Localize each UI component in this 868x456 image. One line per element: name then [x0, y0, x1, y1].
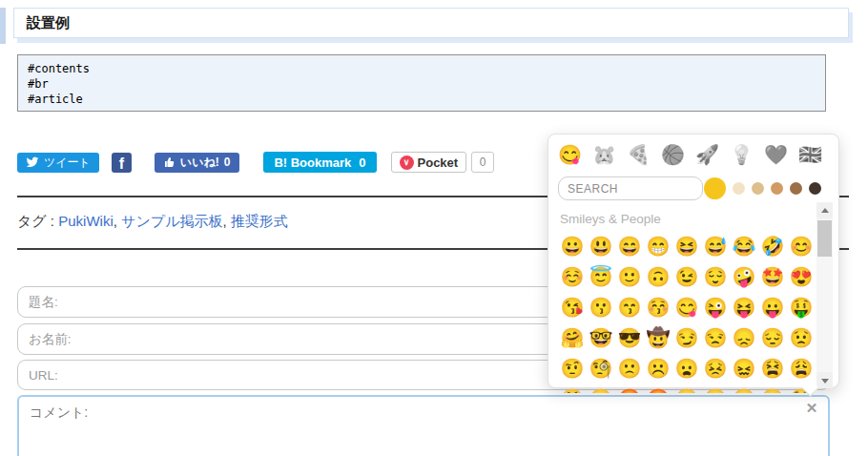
- emoji-cell[interactable]: 🙁: [615, 353, 644, 383]
- emoji-cell[interactable]: 🤬: [615, 383, 644, 393]
- emoji-cell[interactable]: 😠: [587, 383, 615, 393]
- emoji-cell[interactable]: 🤓: [587, 322, 615, 353]
- emoji-picker-close-icon[interactable]: ✕: [803, 400, 820, 417]
- emoji-cell[interactable]: 😋: [672, 292, 701, 322]
- like-button-label: いいね!: [180, 155, 219, 171]
- twitter-bird-icon: [26, 155, 39, 169]
- emoji-cell[interactable]: 🧐: [587, 353, 615, 383]
- skin-tone-dot[interactable]: [790, 182, 802, 195]
- scrollbar[interactable]: [816, 202, 833, 388]
- emoji-cell[interactable]: 🥺: [758, 383, 787, 393]
- emoji-cell[interactable]: 😂: [730, 231, 758, 261]
- emoji-cell[interactable]: 🤑: [787, 292, 816, 322]
- emoji-cell[interactable]: 😃: [587, 231, 615, 261]
- emoji-category-tab-objects[interactable]: 💡: [729, 142, 754, 168]
- emoji-cell[interactable]: 😗: [587, 292, 615, 322]
- emoji-category-tab-food-drink[interactable]: 🍕: [626, 142, 651, 168]
- emoji-category-tab-flags[interactable]: 🇬🇧: [797, 142, 823, 168]
- facebook-like-button[interactable]: いいね! 0: [155, 153, 240, 173]
- emoji-category-tab-animals-nature[interactable]: 🐹: [591, 142, 617, 168]
- emoji-category-tab-travel-places[interactable]: 🚀: [694, 142, 720, 168]
- page-heading-box: 設置例: [13, 8, 849, 38]
- emoji-cell[interactable]: 😅: [701, 231, 730, 261]
- emoji-cell[interactable]: 😣: [701, 353, 730, 383]
- emoji-cell[interactable]: 😄: [615, 231, 644, 261]
- skin-tone-dot[interactable]: [704, 177, 726, 199]
- emoji-cell[interactable]: 😇: [587, 261, 615, 292]
- emoji-cell[interactable]: 😉: [672, 261, 701, 292]
- like-count: 0: [224, 155, 231, 169]
- emoji-cell[interactable]: 😡: [644, 383, 672, 393]
- scroll-up-button[interactable]: [816, 202, 833, 218]
- emoji-cell[interactable]: 😙: [615, 292, 644, 322]
- scrollbar-thumb[interactable]: [817, 220, 832, 257]
- pocket-button[interactable]: ∨ Pocket: [391, 152, 467, 173]
- emoji-cell[interactable]: 😊: [787, 231, 816, 261]
- comment-textarea[interactable]: [17, 395, 830, 456]
- emoji-cell[interactable]: 😀: [558, 231, 587, 261]
- emoji-cell[interactable]: 😆: [672, 231, 701, 261]
- emoji-category-tab-activity[interactable]: 🏀: [660, 142, 686, 168]
- emoji-cell[interactable]: 😘: [558, 292, 587, 322]
- skin-tone-dot[interactable]: [771, 182, 783, 195]
- pocket-count: 0: [480, 155, 486, 169]
- emoji-cell[interactable]: 😔: [758, 322, 787, 353]
- social-share-row: ツイート f いいね! 0 B! Bookmark 0 ∨ Pocket 0: [17, 151, 494, 174]
- emoji-cell[interactable]: 😌: [701, 261, 730, 292]
- emoji-cell[interactable]: 😶: [672, 383, 701, 393]
- emoji-cell[interactable]: 😤: [558, 383, 587, 393]
- emoji-cell[interactable]: 😞: [730, 322, 758, 353]
- emoji-cell[interactable]: 🤣: [758, 231, 787, 261]
- scroll-down-button[interactable]: [816, 372, 833, 388]
- tag-links: PukiWiki, サンプル掲示板, 推奨形式: [58, 213, 288, 229]
- emoji-cell[interactable]: 🤨: [558, 353, 587, 383]
- tag-link[interactable]: PukiWiki: [58, 213, 114, 229]
- emoji-cell[interactable]: 😝: [730, 292, 758, 322]
- emoji-cell[interactable]: 😎: [615, 322, 644, 353]
- skin-tone-dot[interactable]: [752, 182, 764, 195]
- emoji-cell[interactable]: 🤩: [758, 261, 787, 292]
- page-accent-bar: [0, 8, 6, 44]
- emoji-cell[interactable]: 😩: [787, 353, 816, 383]
- emoji-cell[interactable]: 😟: [787, 322, 816, 353]
- facebook-share-button[interactable]: f: [112, 153, 132, 173]
- tags-label: タグ :: [17, 213, 54, 229]
- emoji-cell[interactable]: 😛: [758, 292, 787, 322]
- emoji-cell[interactable]: 🤗: [558, 322, 587, 353]
- emoji-cell[interactable]: 🤪: [730, 261, 758, 292]
- emoji-cell[interactable]: 🙃: [644, 261, 672, 292]
- emoji-cell[interactable]: 😜: [701, 292, 730, 322]
- tag-link[interactable]: サンプル掲示板: [121, 213, 222, 229]
- facebook-f-icon: f: [119, 155, 124, 173]
- emoji-cell[interactable]: ☹️: [644, 353, 672, 383]
- code-block-text: #contents #br #article: [28, 62, 90, 106]
- emoji-cell[interactable]: 😒: [701, 322, 730, 353]
- emoji-category-tab-smileys-people[interactable]: 😋: [557, 142, 583, 168]
- emoji-cell[interactable]: 😚: [644, 292, 672, 322]
- hatena-bookmark-button[interactable]: B! Bookmark 0: [263, 152, 376, 173]
- tweet-button-label: ツイート: [44, 155, 91, 171]
- emoji-search-input[interactable]: [558, 176, 703, 200]
- scroll-down-icon: [821, 379, 829, 383]
- emoji-category-tab-symbols[interactable]: ❤️: [763, 142, 789, 168]
- skin-tone-dot[interactable]: [733, 182, 745, 195]
- emoji-cell[interactable]: ☺️: [558, 261, 587, 292]
- emoji-cell[interactable]: 😏: [672, 322, 701, 353]
- tag-link[interactable]: 推奨形式: [231, 213, 288, 229]
- emoji-cell[interactable]: 😍: [787, 261, 816, 292]
- pocket-count-chip[interactable]: 0: [471, 152, 494, 173]
- emoji-cell[interactable]: 😁: [644, 231, 672, 261]
- emoji-cell[interactable]: 🙂: [615, 261, 644, 292]
- page-title: 設置例: [27, 14, 70, 32]
- emoji-cell[interactable]: 🤠: [644, 322, 672, 353]
- emoji-cell[interactable]: 😖: [730, 353, 758, 383]
- emoji-cell[interactable]: 😑: [730, 383, 758, 393]
- emoji-cell[interactable]: 😐: [701, 383, 730, 393]
- emoji-cell[interactable]: 😫: [758, 353, 787, 383]
- emoji-cell[interactable]: 😦: [672, 353, 701, 383]
- skin-tone-selector: [704, 177, 829, 199]
- skin-tone-dot[interactable]: [809, 182, 821, 195]
- tweet-button[interactable]: ツイート: [17, 153, 99, 173]
- tags-row: タグ : PukiWiki, サンプル掲示板, 推奨形式: [17, 213, 288, 231]
- emoji-search-row: [548, 172, 838, 206]
